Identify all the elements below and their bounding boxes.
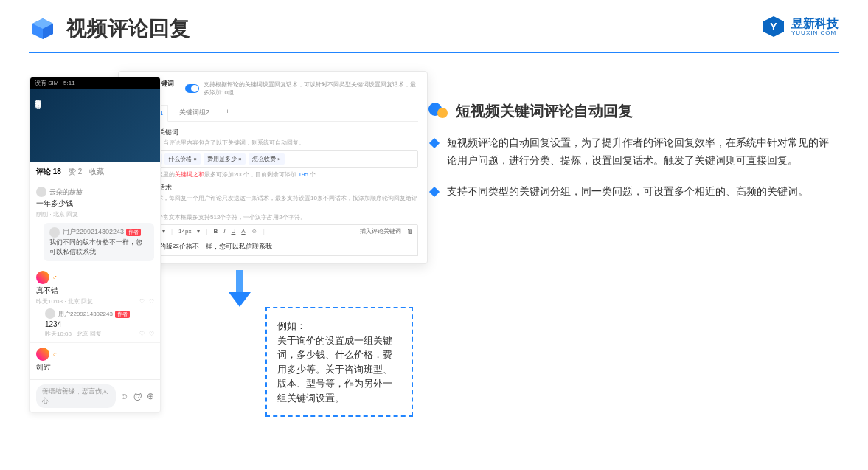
color-button[interactable]: A [241, 228, 245, 235]
underline-button[interactable]: U [232, 228, 236, 235]
emoji-button[interactable]: ☺ [251, 228, 257, 235]
author-badge: 作者 [115, 311, 130, 318]
keyword-tag[interactable]: 怎么收费 × [249, 153, 285, 165]
auto-reply-bubble: 用户2299214302243作者 我们不同的版本价格不一样，您可以私信联系我 [44, 223, 154, 261]
brand-logo: Y 昱新科技 YUUXIN.COM [762, 15, 839, 38]
svg-rect-5 [236, 270, 243, 292]
reply-editor[interactable]: 我们不同的版本价格不一样，您可以私信联系我 [128, 238, 418, 256]
diamond-bullet-icon [429, 138, 440, 148]
section-title: 短视频关键词评论自动回复 [456, 101, 633, 121]
example-callout: 例如： 关于询价的设置成一组关键词，多少钱、什么价格，费用多少等。关于咨询班型、… [265, 307, 413, 417]
panel-desc: 支持根据评论的关键词设置回复话术，可以针对不同类型关键词设置回复话术，最多添加1… [204, 80, 418, 97]
reply-field-label: 设置回复话术 [128, 183, 418, 193]
example-body: 关于询价的设置成一组关键词，多少钱、什么价格，费用多少等。关于咨询班型、版本、型… [277, 334, 401, 406]
cube-icon [29, 15, 56, 42]
header-divider [29, 52, 839, 53]
auto-reply-toggle[interactable] [185, 84, 199, 93]
mention-icon[interactable]: @ [133, 391, 142, 401]
reply-tip: ！提示：一个富文本框最多支持512个字符，一个汉字占用2个字符。 [128, 213, 418, 221]
keyword-field-label: 设置评论关键词 [128, 128, 418, 137]
add-tab-button[interactable]: + [221, 104, 235, 121]
comment-item: ♂ 真不错 昨天10:08 · 北京 回复♡♡ 用户2299214302243作… [30, 266, 160, 343]
bold-button[interactable]: B [214, 228, 218, 235]
emoji-icon[interactable]: ☺ [120, 391, 129, 401]
bullet-item: 短视频评论的自动回复设置，为了提升作者的评论回复效率，在系统中针对常见的评论用户… [428, 134, 839, 170]
tab-favorites[interactable]: 收藏 [89, 167, 104, 177]
italic-button[interactable]: I [223, 228, 225, 235]
insert-keyword-button[interactable]: 插入评论关键词 [360, 227, 401, 235]
page-title: 视频评论回复 [66, 15, 190, 43]
dislike-icon[interactable]: ♡ [149, 331, 154, 337]
delete-button[interactable]: 🗑 [407, 228, 413, 235]
brand-icon: Y [762, 15, 785, 38]
keyword-field-hint: 设置关键词，当评论里内容包含了以下关键词，则系统可自动回复。 [128, 139, 418, 147]
avatar-icon [36, 348, 49, 361]
diamond-bullet-icon [429, 187, 440, 197]
keyword-tag[interactable]: 费用是多少 × [204, 153, 246, 165]
keyword-tags-input[interactable]: 多少钱 × 什么价格 × 费用是多少 × 怎么收费 × [128, 150, 418, 168]
video-thumbnail: 身的力有限 有笑心有泪 [30, 89, 160, 162]
brand-name-cn: 昱新科技 [791, 18, 839, 30]
svg-point-8 [437, 108, 448, 118]
bullet-item: 支持不同类型的关键词分组，同一类问题，可设置多个相近的、高频的关键词。 [428, 183, 839, 201]
keyword-limit-text: 所有关键词组里的关键词之和最多可添加200个，目前剩余可添加 195 个 [128, 170, 418, 179]
comment-item: ♂ 해过 [30, 343, 160, 379]
brand-name-en: YUUXIN.COM [791, 30, 839, 36]
example-head: 例如： [277, 319, 401, 334]
tab-group-2[interactable]: 关键词组2 [174, 104, 215, 121]
fontsize-select[interactable]: 14px [178, 228, 191, 235]
tab-likes[interactable]: 赞 2 [69, 167, 82, 177]
reply-settings-panel: 自动回复关键词评论 支持根据评论的关键词设置回复话术，可以针对不同类型关键词设置… [118, 71, 428, 264]
author-badge: 作者 [126, 229, 141, 236]
heart-icon[interactable]: ♡ [139, 298, 145, 305]
avatar-icon [36, 187, 46, 197]
tab-comments[interactable]: 评论 18 [36, 167, 61, 177]
chat-bubble-icon [428, 100, 448, 121]
comment-input-bar: 善语结善缘，恶言伤人心 ☺ @ ⊕ [30, 379, 160, 412]
svg-marker-6 [229, 292, 251, 307]
comment-input[interactable]: 善语结善缘，恶言伤人心 [36, 384, 116, 408]
reply-field-hint: 设置回复话术，每回复一个用户评论只发送这一条话术，最多支持设置10条不同话术，按… [128, 194, 418, 210]
avatar-icon [45, 308, 55, 319]
arrow-down-icon [229, 270, 251, 310]
phone-preview: 没有 SIM · 5:11 身的力有限 有笑心有泪 评论 18 赞 2 收藏 云… [29, 77, 161, 413]
avatar-icon [36, 271, 49, 284]
keyword-tag[interactable]: 什么价格 × [164, 153, 201, 165]
comment-item: 云朵的赫赫 一年多少钱 刚刚 · 北京 回复 用户2299214302243作者… [30, 182, 160, 266]
editor-toolbar: 系统字体▾ | 14px▾ | B I U A ☺ | 插入评论关键词 🗑 [128, 224, 418, 238]
phone-tabs: 评论 18 赞 2 收藏 [30, 162, 160, 182]
dislike-icon[interactable]: ♡ [149, 298, 154, 305]
avatar-icon [49, 227, 60, 238]
send-icon[interactable]: ⊕ [147, 391, 154, 401]
svg-text:Y: Y [770, 21, 777, 32]
phone-status-bar: 没有 SIM · 5:11 [30, 77, 160, 89]
heart-icon[interactable]: ♡ [139, 331, 145, 337]
